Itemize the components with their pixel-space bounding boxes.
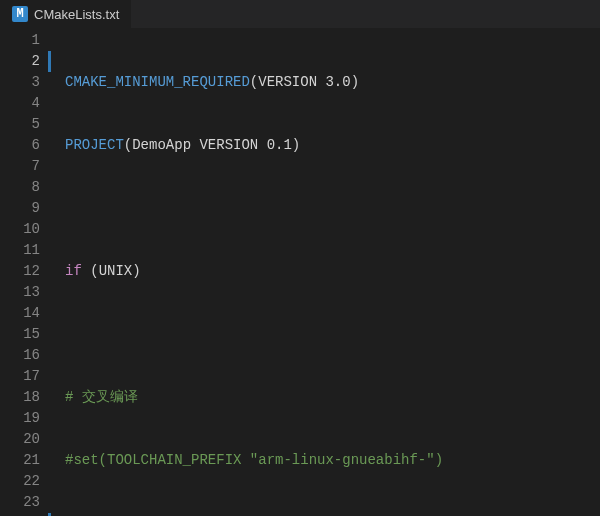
line-number: 21 [0, 450, 40, 471]
tab-cmakelists[interactable]: M CMakeLists.txt [0, 0, 131, 28]
line-number: 2 [0, 51, 40, 72]
line-number: 17 [0, 366, 40, 387]
code-line: if (UNIX) [65, 261, 578, 282]
line-number: 13 [0, 282, 40, 303]
line-number: 12 [0, 261, 40, 282]
line-number: 15 [0, 324, 40, 345]
code-line: #set(TOOLCHAIN_PREFIX "arm-linux-gnueabi… [65, 450, 578, 471]
code-line: CMAKE_MINIMUM_REQUIRED(VERSION 3.0) [65, 72, 578, 93]
line-number: 10 [0, 219, 40, 240]
line-number: 1 [0, 30, 40, 51]
line-number: 22 [0, 471, 40, 492]
cmake-file-icon: M [12, 6, 28, 22]
line-number: 18 [0, 387, 40, 408]
line-number: 19 [0, 408, 40, 429]
line-number: 7 [0, 156, 40, 177]
line-number: 8 [0, 177, 40, 198]
tab-bar: M CMakeLists.txt [0, 0, 600, 28]
code-line [65, 198, 578, 219]
line-number: 23 [0, 492, 40, 513]
code-editor[interactable]: 1234567891011121314151617181920212223242… [0, 28, 600, 516]
line-number: 3 [0, 72, 40, 93]
code-content[interactable]: CMAKE_MINIMUM_REQUIRED(VERSION 3.0) PROJ… [51, 28, 578, 516]
line-number: 6 [0, 135, 40, 156]
line-number: 20 [0, 429, 40, 450]
code-line [65, 324, 578, 345]
line-number: 5 [0, 114, 40, 135]
line-number: 11 [0, 240, 40, 261]
code-line: # 交叉编译 [65, 387, 578, 408]
line-number: 14 [0, 303, 40, 324]
line-number: 16 [0, 345, 40, 366]
tab-label: CMakeLists.txt [34, 4, 119, 25]
code-line: PROJECT(DemoApp VERSION 0.1) [65, 135, 578, 156]
line-number-gutter: 1234567891011121314151617181920212223242… [0, 28, 48, 516]
line-number: 9 [0, 198, 40, 219]
line-number: 4 [0, 93, 40, 114]
